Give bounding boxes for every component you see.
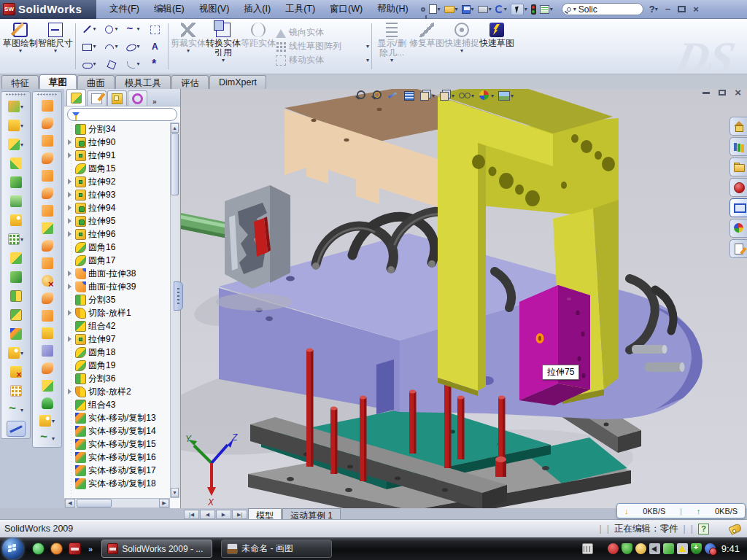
toolbar-button[interactable] [33,167,61,184]
close-button[interactable]: × [693,4,699,15]
tree-item[interactable]: 圆角16 [66,241,180,254]
toolbar-button[interactable]: ▾ [1,343,30,362]
expand-arrow-icon[interactable] [68,152,71,158]
start-button[interactable] [2,538,23,559]
toolbar-button[interactable] [1,324,30,343]
toolbar-button[interactable] [33,324,61,342]
ribbon-tab[interactable]: DimXpert [209,75,266,89]
ribbon-tab[interactable]: 曲面 [77,75,115,89]
toolbar-button[interactable] [1,154,30,173]
view-tool-button[interactable] [355,90,367,101]
tab-dimxpert-manager[interactable] [128,90,147,106]
scrollbar-thumb[interactable] [77,499,112,508]
point-icon[interactable] [144,55,166,73]
tree-item[interactable]: 分割35 [66,293,180,306]
view-tool-button[interactable]: ▾ [458,90,474,101]
toolbar-button[interactable]: ▾ [1,230,30,249]
network-warning-icon[interactable] [677,543,688,554]
search-box[interactable]: ▾ Solic [562,3,643,15]
toolbar-button[interactable] [1,268,30,287]
sketch-fillet-icon[interactable]: ▾ [122,55,144,73]
ribbon-tab[interactable]: 模具工具 [115,75,171,89]
first-tab-button[interactable]: |◀ [184,510,199,519]
sketch-text-icon[interactable] [144,38,166,55]
view-tool-button[interactable]: ▾ [478,90,494,101]
spline-icon[interactable]: ▾ [122,20,144,38]
toolbar-button[interactable] [33,377,61,394]
command-button[interactable]: 剪裁实体 ▾ [171,20,206,72]
tree-item[interactable]: 分割34 [66,122,180,136]
toolbar-button[interactable]: ▾ [461,4,475,15]
toolbar-button[interactable] [1,211,30,230]
next-tab-button[interactable]: ▶ [216,510,231,519]
arc-icon[interactable]: ▾ [100,38,122,55]
toolbar-button[interactable] [1,381,30,400]
task-pane-tab[interactable] [729,219,747,238]
toolbar-button[interactable] [420,7,426,12]
menu-item[interactable]: 编辑(E) [147,0,192,18]
command-button[interactable]: 快速草图 [479,20,514,72]
search-input[interactable]: Solic [578,4,597,15]
filter-input[interactable] [67,108,177,121]
toolbar-button[interactable] [1,362,30,381]
dropdown-arrow-icon[interactable]: ▾ [455,6,458,12]
tab-feature-manager[interactable] [66,89,86,106]
box-select-icon[interactable] [144,20,166,38]
toolbar-button[interactable] [556,9,557,10]
messenger-launch-icon[interactable] [32,542,44,555]
tree-item[interactable]: 曲面-拉伸39 [66,280,180,293]
toolbar-button[interactable] [1,249,30,268]
toolbar-button[interactable]: ▾ [33,429,61,447]
command-row-button[interactable]: 移动实体 ▾ [276,54,369,66]
prev-tab-button[interactable]: ◀ [200,510,215,519]
expand-arrow-icon[interactable] [68,389,71,394]
circle-icon[interactable]: ▾ [100,20,122,38]
tree-item[interactable]: 实体-移动/复制13 [66,411,180,424]
tree-item[interactable]: 拉伸96 [66,228,180,241]
security-shield-icon[interactable] [622,543,632,554]
sync-icon[interactable] [705,543,716,554]
tree-item[interactable]: 拉伸90 [66,136,180,149]
panel-splitter-handle[interactable] [174,281,183,311]
tree-item[interactable]: 实体-移动/复制15 [66,438,180,451]
tree-item[interactable]: 曲面-拉伸38 [66,267,180,280]
task-pane-tab[interactable] [729,158,747,176]
expand-arrow-icon[interactable] [68,139,71,145]
toolbar-button[interactable] [33,237,61,254]
tree-item[interactable]: 拉伸95 [66,214,180,228]
command-button[interactable]: 智能尺寸 ▾ [38,20,73,72]
slot-icon[interactable]: ▾ [78,55,100,73]
command-button[interactable]: 草图绘制 ▾ [3,20,38,72]
tree-item[interactable]: 拉伸94 [66,201,180,214]
defender-shield-icon[interactable] [691,543,702,554]
scroll-left-button[interactable]: ◀ [65,499,75,508]
toolbar-button[interactable] [33,254,61,272]
toolbar-button[interactable] [33,342,61,359]
tree-item[interactable]: 切除-放样2 [66,385,180,398]
antivirus-shield-icon[interactable] [608,543,619,554]
tab-property-manager[interactable] [87,90,107,106]
search-dropdown-icon[interactable]: ▾ [573,6,576,12]
dropdown-arrow-icon[interactable]: ▾ [504,6,507,12]
toolbar-button[interactable]: ▾ [1,135,30,154]
tree-item[interactable]: 拉伸93 [66,188,180,201]
tree-item[interactable]: 实体-移动/复制16 [66,451,180,464]
dropdown-arrow-icon[interactable]: ▾ [438,6,441,12]
view-tool-button[interactable]: ▾ [498,90,514,101]
polygon-icon[interactable] [100,55,122,73]
toolbar-button[interactable]: ▾ [1,116,30,135]
expand-arrow-icon[interactable] [68,218,71,224]
dropdown-arrow-icon[interactable]: ▾ [550,6,553,12]
toolbar-button[interactable] [33,307,61,324]
expand-arrow-icon[interactable] [68,284,71,289]
toolbar-button[interactable] [33,149,61,167]
solidworks-launch-icon[interactable] [69,542,81,555]
graphics-viewport[interactable]: Y Z X [181,89,747,508]
toolbar-button[interactable]: ▾ [477,5,492,14]
scrollbar-thumb[interactable] [171,133,179,195]
task-pane-tab[interactable] [729,137,747,156]
dropdown-arrow-icon[interactable]: ▾ [525,6,527,12]
update-badge-icon[interactable] [635,543,646,554]
tree-item[interactable]: 拉伸91 [66,149,180,162]
toolbar-button[interactable] [33,114,61,132]
